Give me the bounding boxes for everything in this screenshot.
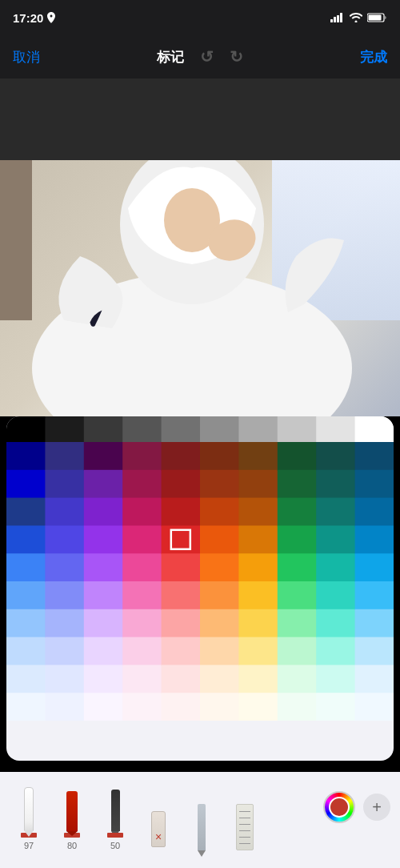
color-grid-canvas[interactable] xyxy=(6,416,394,721)
tool-label-1: 97 xyxy=(24,841,34,850)
location-icon xyxy=(47,12,55,23)
time-display: 17:20 xyxy=(13,11,43,25)
tool-red-marker[interactable]: 80 xyxy=(53,780,91,850)
hoodie-figure xyxy=(0,160,400,416)
tool-label-2: 80 xyxy=(67,841,77,850)
tool-white-pencil[interactable]: 97 xyxy=(10,780,48,850)
svg-rect-5 xyxy=(369,15,382,21)
signal-icon xyxy=(330,13,345,22)
svg-rect-2 xyxy=(337,15,339,22)
tool-dark-pen[interactable]: 50 xyxy=(96,780,134,850)
color-picker-panel[interactable] xyxy=(6,416,394,761)
redo-button[interactable]: ↻ xyxy=(230,47,243,66)
nav-title-group: 标记 ↺ ↻ xyxy=(157,47,243,66)
nav-bar: 取消 标记 ↺ ↻ 完成 xyxy=(0,35,400,78)
tool-pencil[interactable] xyxy=(182,793,221,850)
toolbar: 97 80 50 × xyxy=(0,772,400,868)
tool-label-3: 50 xyxy=(110,841,120,850)
svg-rect-0 xyxy=(330,19,333,22)
svg-rect-3 xyxy=(340,13,342,22)
status-icons xyxy=(330,13,387,22)
cancel-button[interactable]: 取消 xyxy=(13,48,40,66)
add-tool-button[interactable]: + xyxy=(363,794,390,821)
tool-actions: + xyxy=(323,780,390,823)
wifi-icon xyxy=(350,13,362,22)
status-time: 17:20 xyxy=(13,11,55,25)
status-bar: 17:20 xyxy=(0,0,400,35)
photo-area xyxy=(0,160,400,416)
selected-color-indicator xyxy=(329,797,350,818)
undo-button[interactable]: ↺ xyxy=(200,47,214,66)
tools-row: 97 80 50 × xyxy=(10,780,323,850)
tool-eraser[interactable]: × xyxy=(139,790,178,850)
tool-ruler[interactable] xyxy=(226,793,264,850)
battery-icon xyxy=(367,13,387,22)
done-button[interactable]: 完成 xyxy=(360,48,387,66)
nav-title-text: 标记 xyxy=(157,48,184,66)
color-picker-button[interactable] xyxy=(323,791,355,823)
svg-rect-1 xyxy=(334,17,336,22)
add-button-label: + xyxy=(372,798,382,817)
